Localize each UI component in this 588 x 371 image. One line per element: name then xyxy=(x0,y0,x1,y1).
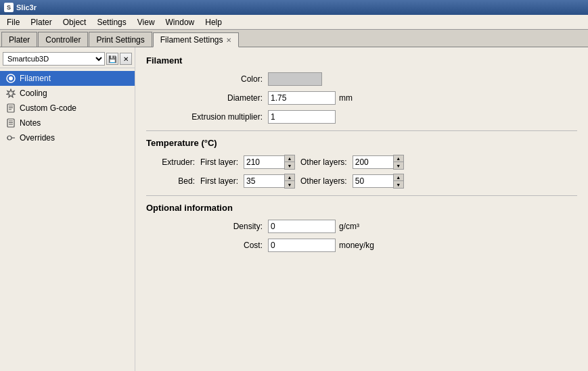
separator-2 xyxy=(146,195,577,196)
bed-other-input[interactable] xyxy=(353,174,393,188)
extruder-row: Extruder: First layer: ▲ ▼ Other layers:… xyxy=(146,155,577,170)
main-area: Smartcub3D 💾 ✕ Filament Cooling xyxy=(0,47,588,371)
bed-first-spinner: ▲ ▼ xyxy=(244,174,295,189)
menu-object[interactable]: Object xyxy=(58,16,92,28)
sidebar-item-overrides[interactable]: Overrides xyxy=(0,130,135,145)
profile-select[interactable]: Smartcub3D xyxy=(3,52,105,66)
extruder-first-up[interactable]: ▲ xyxy=(285,155,294,162)
sidebar-save-button[interactable]: 💾 xyxy=(106,53,118,65)
sidebar-delete-button[interactable]: ✕ xyxy=(120,53,132,65)
sidebar-item-cooling[interactable]: Cooling xyxy=(0,86,135,101)
extrusion-row: Extrusion multiplier: xyxy=(146,110,577,124)
menu-file[interactable]: File xyxy=(1,16,25,28)
sidebar-cooling-label: Cooling xyxy=(20,89,47,98)
extruder-other-label: Other layers: xyxy=(300,157,347,167)
density-unit: g/cm³ xyxy=(339,222,359,231)
svg-point-1 xyxy=(9,76,13,80)
menu-help[interactable]: Help xyxy=(200,16,227,28)
sidebar-item-custom-gcode[interactable]: Custom G-code xyxy=(0,101,135,116)
diameter-row: Diameter: mm xyxy=(146,91,577,105)
bed-other-spinner-buttons: ▲ ▼ xyxy=(393,174,404,189)
app-title: Slic3r xyxy=(16,3,37,11)
bed-temp-group: First layer: ▲ ▼ Other layers: ▲ ▼ xyxy=(200,174,404,189)
bed-other-up[interactable]: ▲ xyxy=(394,174,403,181)
bed-other-down[interactable]: ▼ xyxy=(394,181,403,188)
density-input[interactable] xyxy=(268,220,336,233)
bed-other-label: Other layers: xyxy=(300,176,347,186)
bed-row: Bed: First layer: ▲ ▼ Other layers: ▲ ▼ xyxy=(146,174,577,189)
sidebar-overrides-label: Overrides xyxy=(20,133,55,143)
extruder-other-spinner: ▲ ▼ xyxy=(353,155,404,170)
diameter-unit: mm xyxy=(339,93,353,103)
sidebar-item-filament[interactable]: Filament xyxy=(0,71,135,86)
density-row: Density: g/cm³ xyxy=(146,220,577,233)
cost-row: Cost: money/kg xyxy=(146,239,577,252)
svg-marker-2 xyxy=(7,89,15,97)
extruder-other-input[interactable] xyxy=(353,155,393,169)
color-picker[interactable] xyxy=(268,72,322,86)
bed-other-spinner: ▲ ▼ xyxy=(353,174,404,189)
menu-plater[interactable]: Plater xyxy=(25,16,57,28)
menu-settings[interactable]: Settings xyxy=(91,16,131,28)
extruder-first-down[interactable]: ▼ xyxy=(285,162,294,169)
svg-point-11 xyxy=(7,136,12,140)
tab-plater[interactable]: Plater xyxy=(1,32,37,47)
extrusion-label: Extrusion multiplier: xyxy=(146,112,268,122)
content-panel: Filament Color: Diameter: mm Extrusion m… xyxy=(135,47,588,371)
app-icon: S xyxy=(4,3,14,12)
extruder-other-spinner-buttons: ▲ ▼ xyxy=(393,155,404,170)
sidebar-notes-label: Notes xyxy=(20,118,41,128)
extruder-first-label: First layer: xyxy=(200,157,238,167)
extruder-other-down[interactable]: ▼ xyxy=(394,162,403,169)
cooling-icon xyxy=(5,88,16,99)
sidebar: Smartcub3D 💾 ✕ Filament Cooling xyxy=(0,47,135,371)
extruder-first-input[interactable] xyxy=(244,155,284,169)
menu-window[interactable]: Window xyxy=(160,16,200,28)
tab-print-settings[interactable]: Print Settings xyxy=(89,32,152,47)
bed-first-down[interactable]: ▼ xyxy=(285,181,294,188)
cost-label: Cost: xyxy=(146,241,268,250)
tab-close-icon[interactable]: ✕ xyxy=(226,36,231,44)
separator-1 xyxy=(146,130,577,131)
sidebar-top: Smartcub3D 💾 ✕ xyxy=(0,50,135,68)
extruder-first-spinner-buttons: ▲ ▼ xyxy=(284,155,295,170)
diameter-label: Diameter: xyxy=(146,93,268,103)
density-label: Density: xyxy=(146,222,268,231)
overrides-icon xyxy=(5,132,16,143)
tab-controller[interactable]: Controller xyxy=(38,32,88,47)
cost-unit: money/kg xyxy=(339,241,374,250)
menu-bar: File Plater Object Settings View Window … xyxy=(0,15,588,30)
color-label: Color: xyxy=(146,74,268,84)
bed-first-spinner-buttons: ▲ ▼ xyxy=(284,174,295,189)
menu-view[interactable]: View xyxy=(132,16,160,28)
sidebar-custom-gcode-label: Custom G-code xyxy=(20,103,76,113)
extrusion-input[interactable] xyxy=(268,110,336,124)
extruder-other-up[interactable]: ▲ xyxy=(394,155,403,162)
color-row: Color: xyxy=(146,72,577,86)
bed-first-label: First layer: xyxy=(200,176,238,186)
optional-section-title: Optional information xyxy=(146,203,577,213)
temperature-section-title: Temperature (°C) xyxy=(146,138,577,148)
tab-bar: Plater Controller Print Settings Filamen… xyxy=(0,30,588,47)
title-bar: S Slic3r xyxy=(0,0,588,15)
bed-first-input[interactable] xyxy=(244,174,284,188)
tab-filament-settings[interactable]: Filament Settings ✕ xyxy=(153,32,240,47)
extruder-label: Extruder: xyxy=(146,157,200,167)
custom-gcode-icon xyxy=(5,103,16,114)
extruder-temp-group: First layer: ▲ ▼ Other layers: ▲ ▼ xyxy=(200,155,404,170)
bed-label: Bed: xyxy=(146,176,200,186)
filament-section-title: Filament xyxy=(146,55,577,66)
sidebar-item-notes[interactable]: Notes xyxy=(0,116,135,130)
bed-first-up[interactable]: ▲ xyxy=(285,174,294,181)
sidebar-filament-label: Filament xyxy=(20,74,51,83)
notes-icon xyxy=(5,118,16,128)
filament-icon xyxy=(5,73,16,84)
diameter-input[interactable] xyxy=(268,91,336,105)
extruder-first-spinner: ▲ ▼ xyxy=(244,155,295,170)
cost-input[interactable] xyxy=(268,239,336,252)
